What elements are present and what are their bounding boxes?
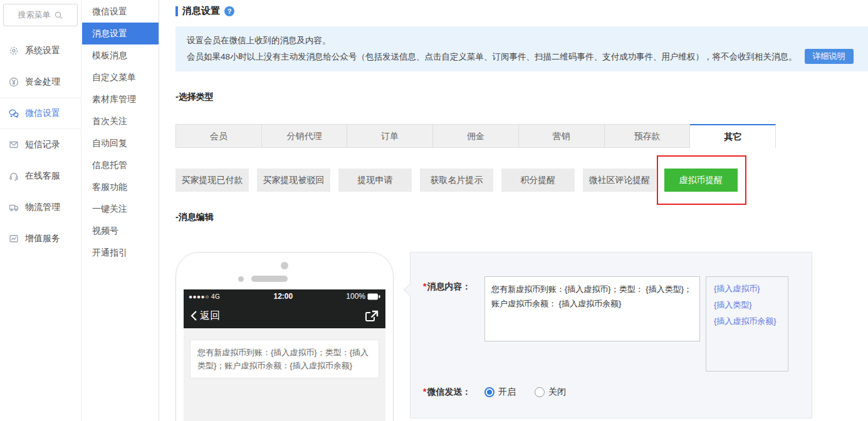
help-icon[interactable] — [224, 6, 234, 16]
insert-type-link[interactable]: {插入类型} — [714, 299, 780, 310]
primary-sidebar: 搜索菜单 系统设置 资金处理 微信设置 短信记录 在线客服 物流管理 — [0, 0, 81, 421]
editor-area: ●●●●○ 4G 12:00 100% 返回 — [175, 252, 868, 421]
submenu-item-video-account[interactable]: 视频号 — [82, 220, 159, 242]
back-button: 返回 — [190, 309, 220, 323]
phone-camera — [281, 262, 288, 269]
tab-commission[interactable]: 佣金 — [433, 124, 519, 148]
type-button-row: 买家提现已付款 买家提现被驳回 提现申请 获取名片提示 积分提醒 微社区评论提醒… — [175, 169, 868, 192]
btn-get-card-tip[interactable]: 获取名片提示 — [420, 169, 493, 192]
phone-screen-body: 您有新虚拟币到账：{插入虚拟币}；类型：{插入类型}；账户虚拟币余额：{插入虚拟… — [184, 328, 385, 421]
page-header: 消息设置 — [175, 5, 868, 17]
btn-community-comment-reminder[interactable]: 微社区评论提醒 — [583, 169, 656, 192]
submenu-item-first-follow[interactable]: 首次关注 — [82, 110, 159, 132]
content-label: *消息内容： — [423, 276, 484, 372]
secondary-sidebar: 微信设置 消息设置 模板消息 自定义菜单 素材库管理 首次关注 自动回复 信息托… — [82, 0, 159, 421]
submenu-item-info-hosting[interactable]: 信息托管 — [82, 154, 159, 176]
sidebar-item-label: 物流管理 — [25, 202, 60, 213]
wechat-icon — [8, 108, 19, 119]
btn-withdraw-paid[interactable]: 买家提现已付款 — [175, 169, 249, 192]
submenu-item-wechat-settings[interactable]: 微信设置 — [82, 1, 159, 23]
sidebar-item-label: 短信记录 — [25, 139, 60, 150]
radio-option-off[interactable]: 关闭 — [535, 387, 566, 398]
notice-line2: 会员如果48小时以上没有主动发消息给公众号（包括发送信息、点击自定义菜单、订阅事… — [187, 49, 857, 65]
submenu-item-opening-guide[interactable]: 开通指引 — [82, 242, 159, 264]
signal-indicator: ●●●●○ 4G — [189, 293, 220, 300]
submenu-item-one-key-follow[interactable]: 一键关注 — [82, 198, 159, 220]
phone-nav-bar: 返回 — [184, 303, 385, 328]
type-tabbar: 会员 分销代理 订单 佣金 营销 预存款 其它 — [175, 124, 776, 148]
sidebar-item-funds[interactable]: 资金处理 — [0, 66, 81, 98]
sidebar-item-label: 在线客服 — [25, 170, 60, 182]
sidebar-item-label: 微信设置 — [25, 108, 60, 119]
message-form-panel: *消息内容： 您有新虚拟币到账：{插入虚拟币}；类型： {插入类型}；账户虚拟币… — [410, 252, 812, 418]
gear-icon — [8, 45, 19, 56]
btn-withdraw-rejected[interactable]: 买家提现被驳回 — [257, 169, 330, 192]
tab-member[interactable]: 会员 — [175, 124, 262, 148]
chevron-left-icon — [190, 310, 197, 321]
title-accent-bar — [175, 6, 178, 16]
sidebar-item-system-settings[interactable]: 系统设置 — [0, 35, 81, 66]
submenu-item-message-settings[interactable]: 消息设置 — [82, 23, 159, 44]
tab-other[interactable]: 其它 — [690, 124, 776, 148]
btn-virtual-coin-reminder[interactable]: 虚拟币提醒 — [664, 169, 738, 192]
search-input[interactable]: 搜索菜单 — [3, 4, 78, 26]
battery-icon — [367, 293, 380, 300]
sms-icon — [8, 139, 19, 150]
radio-off-icon[interactable] — [535, 387, 545, 397]
message-edit-label: -消息编辑 — [175, 212, 868, 223]
tab-marketing[interactable]: 营销 — [519, 124, 605, 148]
select-type-label: -选择类型 — [175, 91, 868, 103]
detail-button[interactable]: 详细说明 — [805, 49, 854, 64]
submenu-item-auto-reply[interactable]: 自动回复 — [82, 132, 159, 154]
submenu-item-material-library[interactable]: 素材库管理 — [82, 88, 159, 110]
search-placeholder: 搜索菜单 — [18, 9, 51, 21]
sidebar-item-sms-log[interactable]: 短信记录 — [0, 129, 81, 160]
insert-virtual-coin-link[interactable]: {插入虚拟币} — [714, 283, 780, 294]
phone-speaker-bar — [251, 276, 288, 282]
chart-icon — [8, 233, 19, 244]
btn-withdraw-apply[interactable]: 提现申请 — [338, 169, 412, 192]
tab-prepayment[interactable]: 预存款 — [605, 124, 691, 148]
sidebar-item-logistics[interactable]: 物流管理 — [0, 192, 81, 223]
btn-points-reminder[interactable]: 积分提醒 — [501, 169, 575, 192]
phone-preview: ●●●●○ 4G 12:00 100% 返回 — [175, 252, 394, 421]
radio-option-on[interactable]: 开启 — [484, 387, 516, 398]
phone-sensor-dot — [238, 276, 244, 282]
phone-screen: ●●●●○ 4G 12:00 100% 返回 — [184, 289, 385, 421]
submenu-item-template-message[interactable]: 模板消息 — [82, 44, 159, 66]
phone-status-bar: ●●●●○ 4G 12:00 100% — [184, 289, 385, 303]
headset-icon — [8, 170, 19, 182]
wechat-send-options: 开启 关闭 — [484, 387, 566, 398]
sidebar-item-wechat-settings[interactable]: 微信设置 — [0, 98, 81, 129]
insert-coin-balance-link[interactable]: {插入虚拟币余额} — [714, 316, 780, 326]
search-icon — [54, 11, 63, 20]
phone-speaker — [176, 276, 393, 282]
battery-status: 100% — [346, 292, 380, 301]
sidebar-item-label: 资金处理 — [25, 76, 60, 88]
sidebar-item-label: 增值服务 — [25, 233, 60, 244]
radio-on-icon[interactable] — [484, 387, 494, 397]
submenu-item-service-function[interactable]: 客服功能 — [82, 176, 159, 198]
wechat-send-label: *微信发送： — [423, 387, 484, 398]
truck-icon — [8, 202, 19, 213]
submenu-item-custom-menu[interactable]: 自定义菜单 — [82, 66, 159, 88]
clock: 12:00 — [273, 292, 293, 301]
main-content: 消息设置 设置会员在微信上收到的消息及内容。 会员如果48小时以上没有主动发消息… — [159, 0, 868, 421]
tab-order[interactable]: 订单 — [347, 124, 433, 148]
page-title: 消息设置 — [182, 5, 220, 17]
insert-variable-box: {插入虚拟币} {插入类型} {插入虚拟币余额} — [706, 276, 788, 372]
message-content-textarea[interactable]: 您有新虚拟币到账：{插入虚拟币}；类型： {插入类型}；账户虚拟币余额： {插入… — [484, 276, 700, 341]
notice-box: 设置会员在微信上收到的消息及内容。 会员如果48小时以上没有主动发消息给公众号（… — [175, 26, 868, 71]
share-icon — [364, 309, 379, 323]
sidebar-item-online-service[interactable]: 在线客服 — [0, 160, 81, 192]
sidebar-item-value-added[interactable]: 增值服务 — [0, 223, 81, 254]
tab-distribution-agent[interactable]: 分销代理 — [262, 124, 348, 148]
sidebar-item-label: 系统设置 — [25, 45, 60, 56]
notice-line1: 设置会员在微信上收到的消息及内容。 — [187, 33, 857, 49]
message-preview: 您有新虚拟币到账：{插入虚拟币}；类型：{插入类型}；账户虚拟币余额：{插入虚拟… — [190, 340, 379, 378]
yen-icon — [8, 76, 19, 88]
